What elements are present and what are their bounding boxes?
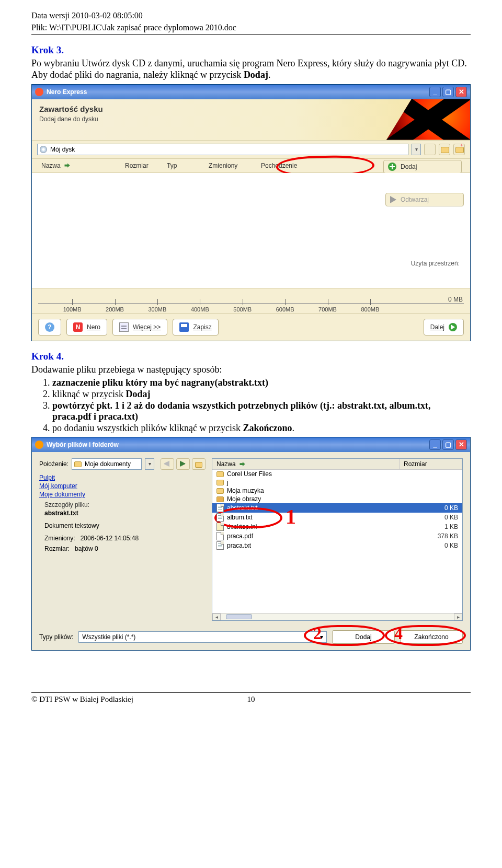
types-select[interactable]: Wszystkie pliki (*.*) ▾ (78, 631, 327, 643)
file-name: praca.txt (227, 542, 251, 549)
nero-icon: N (73, 322, 83, 332)
save-icon (179, 322, 189, 332)
nav-back-button[interactable]: ⯇ (161, 458, 174, 470)
ruler-line: 100MB 200MB 300MB 400MB 500MB 600MB 700M… (38, 303, 464, 304)
help-button[interactable]: ? (38, 319, 61, 335)
krok3-text-c: . (268, 70, 271, 80)
picker-add-button[interactable]: Dodaj (332, 630, 395, 644)
nav-fwd-button[interactable]: ⯈ (176, 458, 190, 470)
folder-icon (216, 480, 224, 485)
details-mod-label: Zmieniony: (44, 535, 75, 542)
file-row[interactable]: Moja muzyka (212, 487, 462, 495)
next-button[interactable]: Dalej (424, 319, 464, 335)
ruler-right-label: 0 MB (448, 296, 463, 303)
picker-hscrollbar[interactable]: ◂ ▸ (212, 613, 462, 620)
file-row[interactable]: album.txt0 KB (212, 513, 462, 522)
krok4-step2-a: kliknąć w przycisk (52, 389, 126, 399)
file-icon (216, 541, 224, 550)
disk-name-input[interactable]: Mój dysk (37, 144, 408, 155)
nero-express-window: Nero Express _ ▢ ✕ Zawartość dysku Dodaj… (31, 84, 471, 341)
tick-label: 100MB (63, 306, 82, 313)
tick-label: 500MB (233, 306, 252, 313)
toolbar-folder-icon[interactable] (439, 144, 450, 155)
nero-list-header: Nazwa Rozmiar Typ Zmieniony Pochodzenie … (32, 159, 470, 173)
add-button-label: Dodaj (401, 163, 417, 170)
location-dropdown-arrow[interactable]: ▾ (145, 458, 154, 470)
col-modified[interactable]: Zmieniony (204, 161, 257, 170)
picker-titlebar[interactable]: Wybór plików i folderów _ ▢ ✕ (32, 437, 470, 452)
save-button[interactable]: Zapisz (173, 319, 218, 335)
file-row[interactable]: praca.pdf378 KB (212, 531, 462, 541)
scroll-left-button[interactable]: ◂ (212, 614, 221, 620)
krok3-text: Po wybraniu Utwórz dysk CD z danymi, uru… (31, 57, 471, 81)
disk-dropdown-arrow[interactable]: ▾ (412, 144, 421, 155)
location-value: Moje dokumenty (85, 460, 131, 468)
picker-close-button[interactable]: ✕ (455, 439, 467, 450)
file-row[interactable]: Moje obrazy (212, 495, 462, 503)
nero-button[interactable]: NNero (66, 319, 107, 335)
picker-file-list[interactable]: 1 Corel User FilesjMoja muzykaMoje obraz… (212, 470, 462, 550)
file-row[interactable]: praca.txt0 KB (212, 541, 462, 550)
picker-minimize-button[interactable]: _ (429, 439, 441, 450)
scroll-track[interactable] (221, 614, 454, 620)
types-label: Typy plików: (39, 633, 73, 641)
sort-arrow-icon (239, 461, 245, 467)
krok4-steps: zaznaczenie pliku który ma być nagrany(a… (52, 377, 471, 434)
col-size[interactable]: Rozmiar (121, 161, 163, 170)
footer-page-number: 10 (235, 695, 267, 704)
file-row[interactable]: abstrakt.txt0 KB (212, 503, 462, 513)
maximize-button[interactable]: ▢ (442, 87, 454, 97)
file-row[interactable]: Corel User Files (212, 470, 462, 478)
add-button[interactable]: Dodaj (383, 160, 462, 173)
play-button[interactable]: Odtwarzaj (385, 193, 464, 206)
picker-col-name[interactable]: Nazwa (212, 459, 400, 469)
file-size: 378 KB (401, 533, 458, 540)
file-size: 0 KB (401, 542, 458, 549)
file-name: j (227, 479, 229, 486)
nero-file-list-body[interactable]: Odtwarzaj Użyta przestrzeń: (32, 173, 470, 288)
details-filename: abstrakt.txt (44, 510, 154, 517)
folder-icon (74, 461, 82, 467)
krok3-title: Krok 3. (31, 44, 471, 56)
krok4-intro: Dodawanie pliku przebiega w następujący … (31, 364, 471, 376)
tick-label: 700MB (318, 306, 337, 313)
location-select[interactable]: Moje dokumenty (72, 458, 142, 470)
more-button-label: Więcej >> (133, 323, 161, 331)
folder-icon (216, 488, 224, 494)
nero-titlebar[interactable]: Nero Express _ ▢ ✕ (32, 85, 470, 99)
scroll-right-button[interactable]: ▸ (454, 614, 462, 620)
picker-col-size[interactable]: Rozmiar (400, 459, 462, 469)
nero-bottom-bar: ? NNero Więcej >> Zapisz Dalej (32, 313, 470, 341)
picker-done-label: Zakończono (414, 633, 448, 641)
krok4-step2-b: Dodaj (126, 389, 150, 399)
file-row[interactable]: desktop.ini1 KB (212, 522, 462, 531)
col-type[interactable]: Typ (163, 161, 204, 170)
tick-label: 600MB (276, 306, 294, 313)
tree-moje-dokumenty[interactable]: Moje dokumenty (39, 491, 154, 498)
scroll-thumb[interactable] (226, 614, 252, 619)
picker-add-label: Dodaj (355, 633, 371, 641)
tree-pulpit[interactable]: Pulpit (39, 474, 154, 481)
toolbar-view-icon[interactable] (424, 144, 436, 155)
tree-moj-komputer[interactable]: Mój komputer (39, 482, 154, 490)
doc-header-line2: Plik: W:\IT\PUBLIC\Jak zapisać prace dyp… (31, 22, 471, 33)
file-list-panel: Nazwa Rozmiar 1 Corel User FilesjMoja mu… (212, 458, 463, 621)
more-button[interactable]: Więcej >> (112, 319, 167, 335)
toolbar-newfolder-icon[interactable] (453, 144, 465, 155)
picker-done-button[interactable]: Zakończono (400, 630, 463, 644)
details-type: Dokument tekstowy (44, 522, 154, 529)
col-name[interactable]: Nazwa (37, 161, 121, 170)
col-origin[interactable]: Pochodzenie (257, 161, 314, 170)
picker-maximize-button[interactable]: ▢ (442, 439, 454, 450)
file-name: Moja muzyka (227, 487, 264, 494)
nav-up-button[interactable] (192, 458, 206, 470)
footer-divider (31, 692, 471, 693)
details-mod-value: 2006-06-12 14:05:48 (81, 535, 139, 542)
file-name: Corel User Files (227, 470, 272, 478)
close-button[interactable]: ✕ (455, 87, 467, 97)
minimize-button[interactable]: _ (429, 87, 441, 97)
file-row[interactable]: j (212, 478, 462, 487)
tick-label: 800MB (361, 306, 379, 313)
krok4-step1-text: zaznaczenie pliku który ma być nagrany(a… (52, 377, 268, 388)
nero-toolbar: Mój dysk ▾ (32, 140, 470, 159)
